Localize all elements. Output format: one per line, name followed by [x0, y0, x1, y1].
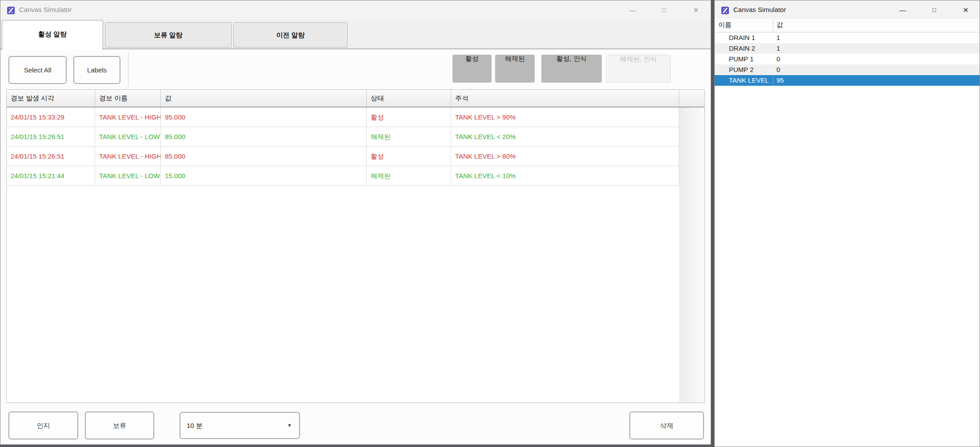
active-alarms-panel: Select All Labels 활성 해제된 활성, 인식 해제된, 인식 … — [0, 49, 711, 444]
filter-active-button[interactable]: 활성 — [452, 55, 492, 83]
alarm-table: 경보 발생 시각 경보 이름 값 상태 주석 24/01/15 15:33:29… — [6, 89, 705, 403]
column-header-state[interactable]: 상태 — [367, 90, 451, 107]
duration-dropdown[interactable]: 10 분 ▼ — [180, 412, 300, 439]
labels-button[interactable]: Labels — [73, 56, 120, 84]
alarm-table-header: 경보 발생 시각 경보 이름 값 상태 주석 — [7, 90, 704, 108]
tab-previous-alarms[interactable]: 이전 알람 — [233, 22, 348, 48]
column-header-value[interactable]: 값 — [776, 21, 783, 29]
hold-button[interactable]: 보류 — [85, 411, 154, 439]
variable-name: DRAIN 2 — [729, 43, 755, 53]
variable-row[interactable]: PUMP 1 0 — [715, 54, 980, 64]
alarm-value: 15.000 — [161, 166, 367, 185]
variable-value: 95 — [773, 75, 784, 85]
tab-held-alarms[interactable]: 보류 알람 — [105, 22, 232, 48]
maximize-button[interactable]: □ — [654, 2, 674, 18]
alarm-state: 활성 — [367, 147, 451, 166]
chevron-down-icon: ▼ — [287, 413, 292, 438]
variable-row[interactable]: PUMP 2 0 — [715, 64, 980, 75]
alarm-time: 24/01/15 15:21:44 — [7, 166, 95, 185]
alarm-state: 해제된 — [367, 166, 451, 185]
variable-name: TANK LEVEL — [729, 75, 769, 85]
window-title: Canvas Simulator — [19, 6, 72, 13]
variable-row[interactable]: DRAIN 2 1 — [715, 43, 980, 54]
table-scrollbar-track[interactable] — [679, 108, 704, 403]
alarm-comment: TANK LEVEL < 10% — [451, 166, 679, 185]
alarm-comment: TANK LEVEL < 20% — [451, 127, 679, 146]
variable-list-header: 이름 값 — [715, 19, 980, 32]
toolbar-separator — [128, 53, 128, 87]
column-header-comment[interactable]: 주석 — [451, 90, 679, 107]
variable-value: 0 — [776, 54, 780, 64]
table-row[interactable]: 24/01/15 15:21:44 TANK LEVEL - LOW LOW 1… — [7, 166, 680, 186]
titlebar[interactable]: Canvas Simulator — □ ✕ — [0, 0, 711, 20]
alarm-table-body: 24/01/15 15:33:29 TANK LEVEL - HIGH HIGH… — [7, 108, 704, 186]
alarm-name: TANK LEVEL - LOW LOW — [95, 166, 161, 185]
maximize-button[interactable]: □ — [924, 2, 944, 18]
alarm-window: Canvas Simulator — □ ✕ 활성 알람 보류 알람 이전 알람… — [0, 0, 711, 445]
variables-window: Canvas Simulator — □ ✕ 이름 값 DRAIN 1 1 DR… — [714, 0, 980, 447]
window-title: Canvas Simulator — [733, 6, 786, 13]
filter-cleared-button[interactable]: 해제된 — [495, 55, 535, 83]
alarm-value: 95.000 — [161, 108, 367, 127]
column-header-name[interactable]: 이름 — [718, 21, 732, 29]
duration-value: 10 분 — [187, 422, 203, 429]
acknowledge-button[interactable]: 인지 — [8, 411, 78, 439]
column-header-value[interactable]: 값 — [161, 90, 367, 107]
column-header-filler — [679, 90, 704, 107]
minimize-button[interactable]: — — [892, 2, 913, 18]
close-button[interactable]: ✕ — [956, 2, 976, 18]
alarm-comment: TANK LEVEL > 90% — [451, 108, 679, 127]
titlebar[interactable]: Canvas Simulator — □ ✕ — [715, 0, 980, 20]
close-button[interactable]: ✕ — [686, 2, 706, 18]
variable-value: 0 — [776, 64, 780, 75]
table-row[interactable]: 24/01/15 15:33:29 TANK LEVEL - HIGH HIGH… — [7, 108, 680, 127]
alarm-state: 해제된 — [367, 127, 451, 146]
filter-cleared-acked-button: 해제된, 인식 — [606, 55, 671, 83]
alarm-value: 85.000 — [161, 127, 367, 146]
variable-value: 1 — [776, 43, 780, 53]
alarm-time: 24/01/15 15:26:51 — [7, 127, 95, 146]
alarm-time: 24/01/15 15:33:29 — [7, 108, 95, 127]
tab-active-alarms[interactable]: 활성 알람 — [2, 20, 103, 50]
variable-name: PUMP 1 — [729, 54, 754, 64]
delete-button[interactable]: 삭제 — [629, 411, 704, 439]
variable-name: DRAIN 1 — [729, 32, 755, 43]
alarm-comment: TANK LEVEL > 80% — [451, 147, 679, 166]
variable-row[interactable]: TANK LEVEL 95 — [715, 75, 980, 86]
alarm-time: 24/01/15 15:26:51 — [7, 147, 95, 166]
column-header-time[interactable]: 경보 발생 시각 — [7, 90, 95, 107]
alarm-name: TANK LEVEL - HIGH — [95, 147, 161, 166]
variable-name: PUMP 2 — [729, 64, 754, 75]
minimize-button[interactable]: — — [622, 2, 643, 18]
alarm-state: 활성 — [367, 108, 451, 127]
alarm-value: 85.000 — [161, 147, 367, 166]
variable-row[interactable]: DRAIN 1 1 — [715, 32, 980, 43]
app-icon — [7, 7, 15, 14]
alarm-name: TANK LEVEL - HIGH HIGH — [95, 108, 161, 127]
table-row[interactable]: 24/01/15 15:26:51 TANK LEVEL - HIGH 85.0… — [7, 147, 680, 166]
table-row[interactable]: 24/01/15 15:26:51 TANK LEVEL - LOW 85.00… — [7, 127, 680, 147]
column-divider[interactable] — [773, 19, 773, 32]
variable-list: DRAIN 1 1 DRAIN 2 1 PUMP 1 0 PUMP 2 0 TA… — [715, 32, 980, 86]
app-icon — [721, 7, 729, 14]
alarm-name: TANK LEVEL - LOW — [95, 127, 161, 146]
variable-value: 1 — [776, 32, 780, 43]
tab-strip: 활성 알람 보류 알람 이전 알람 — [0, 20, 711, 49]
filter-active-acked-button[interactable]: 활성, 인식 — [541, 55, 602, 83]
column-header-name[interactable]: 경보 이름 — [95, 90, 161, 107]
select-all-button[interactable]: Select All — [8, 56, 67, 84]
